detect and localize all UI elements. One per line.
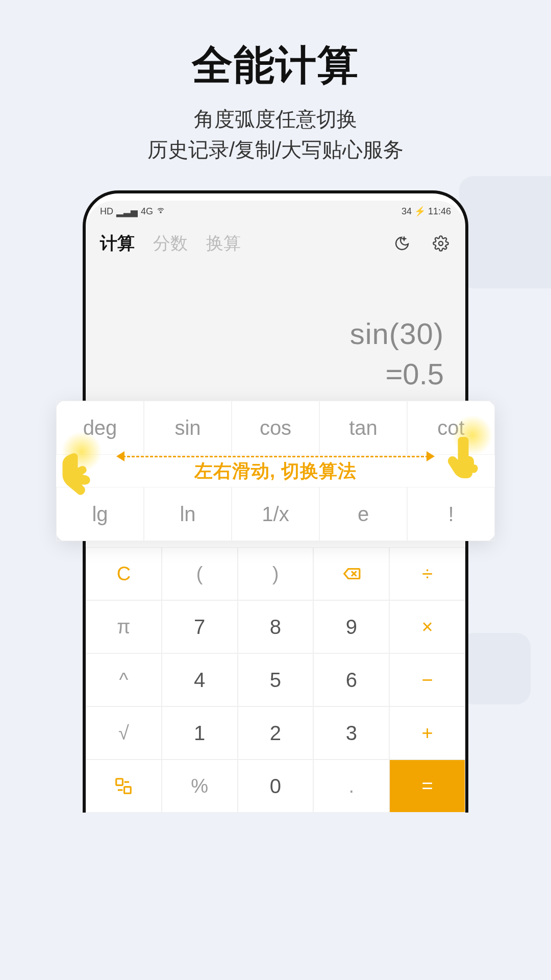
key-e[interactable]: e <box>319 487 407 541</box>
key-divide[interactable]: ÷ <box>389 547 465 600</box>
clock: 11:46 <box>428 206 451 216</box>
key-7[interactable]: 7 <box>162 600 238 653</box>
svg-rect-7 <box>116 779 123 786</box>
top-tabs: 计算 分数 换算 <box>86 219 465 255</box>
key-percent[interactable]: % <box>162 760 238 813</box>
bg-decor <box>459 633 531 704</box>
key-rparen[interactable]: ) <box>238 547 314 600</box>
key-tan[interactable]: tan <box>319 401 407 455</box>
svg-point-1 <box>439 241 443 246</box>
charging-icon: ⚡ <box>414 206 425 216</box>
tab-fraction[interactable]: 分数 <box>153 232 188 255</box>
hand-right-icon <box>442 421 498 493</box>
key-cos[interactable]: cos <box>232 401 319 455</box>
key-6[interactable]: 6 <box>313 653 389 706</box>
bg-decor <box>459 176 551 288</box>
tab-convert[interactable]: 换算 <box>206 232 241 255</box>
key-4[interactable]: 4 <box>162 653 238 706</box>
key-backspace[interactable] <box>313 547 389 600</box>
key-multiply[interactable]: × <box>389 600 465 653</box>
tab-calc[interactable]: 计算 <box>100 232 135 255</box>
promo-subtitle: 角度弧度任意切换 历史记录/复制/大写贴心服务 <box>0 104 551 165</box>
key-3[interactable]: 3 <box>313 706 389 760</box>
night-mode-icon[interactable] <box>392 233 412 254</box>
settings-icon[interactable] <box>431 233 451 254</box>
svg-point-0 <box>160 212 161 213</box>
key-8[interactable]: 8 <box>238 600 314 653</box>
key-pi[interactable]: π <box>86 600 162 653</box>
sci-overlay[interactable]: deg sin cos tan cot 左右滑动, 切换算法 lg ln 1/x… <box>56 401 495 541</box>
key-switch[interactable] <box>86 760 162 813</box>
status-bar: HD ▂▃▅ 4G 34 ⚡ 11:46 <box>86 201 465 219</box>
key-ln[interactable]: ln <box>144 487 232 541</box>
network-label: 4G <box>141 206 153 217</box>
key-sin[interactable]: sin <box>144 401 232 455</box>
battery-level: 34 <box>402 206 412 216</box>
wifi-icon <box>156 206 165 217</box>
key-sqrt[interactable]: √ <box>86 706 162 760</box>
expression: sin(30) <box>107 316 444 351</box>
key-power[interactable]: ^ <box>86 653 162 706</box>
svg-rect-8 <box>124 787 131 794</box>
hand-left-icon <box>51 437 107 509</box>
key-lparen[interactable]: ( <box>162 547 238 600</box>
signal-icon: ▂▃▅ <box>116 206 138 217</box>
key-1[interactable]: 1 <box>162 706 238 760</box>
key-5[interactable]: 5 <box>238 653 314 706</box>
key-9[interactable]: 9 <box>313 600 389 653</box>
key-reciprocal[interactable]: 1/x <box>232 487 319 541</box>
swipe-arrows <box>122 448 429 466</box>
key-minus[interactable]: − <box>389 653 465 706</box>
key-0[interactable]: 0 <box>238 760 314 813</box>
key-plus[interactable]: + <box>389 706 465 760</box>
calc-display: sin(30) =0.5 <box>86 255 465 403</box>
key-clear[interactable]: C <box>86 547 162 600</box>
promo-title: 全能计算 <box>0 38 551 93</box>
result: =0.5 <box>107 357 444 391</box>
keypad: C ( ) ÷ π 7 8 9 × ^ 4 5 6 − <box>86 547 465 813</box>
hd-badge: HD <box>100 206 113 217</box>
key-2[interactable]: 2 <box>238 706 314 760</box>
key-dot[interactable]: . <box>313 760 389 813</box>
key-equals[interactable]: = <box>389 760 465 813</box>
key-factorial[interactable]: ! <box>407 487 495 541</box>
